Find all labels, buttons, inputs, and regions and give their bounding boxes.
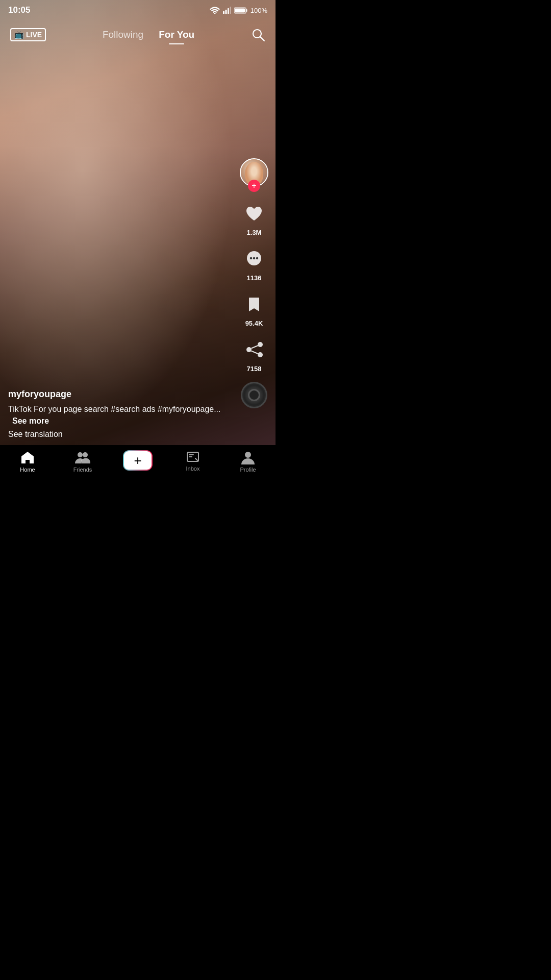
battery-percent: 100% xyxy=(251,7,267,14)
svg-line-17 xyxy=(252,346,258,349)
username[interactable]: myforyoupage xyxy=(8,389,235,400)
see-more-button[interactable]: See more xyxy=(12,416,49,425)
svg-point-15 xyxy=(258,352,263,357)
avatar-container[interactable]: + xyxy=(240,158,268,187)
inbox-label: Inbox xyxy=(186,465,200,472)
svg-rect-2 xyxy=(225,10,227,14)
svg-rect-6 xyxy=(235,8,245,12)
bookmark-action[interactable]: 95.4K xyxy=(241,291,267,327)
svg-line-18 xyxy=(252,351,258,354)
home-label: Home xyxy=(20,467,35,473)
comment-icon[interactable] xyxy=(241,246,267,272)
follow-plus-button[interactable]: + xyxy=(248,180,260,192)
status-icons: 100% xyxy=(210,7,267,14)
comment-count: 1136 xyxy=(247,274,262,282)
tab-foryou[interactable]: For You xyxy=(159,29,194,40)
svg-point-8 xyxy=(253,30,261,38)
share-count: 7158 xyxy=(247,365,262,373)
live-tv-icon: 📺 xyxy=(14,30,24,39)
right-actions: + 1.3M 1136 95.4K xyxy=(240,158,268,408)
plus-icon: + xyxy=(134,454,141,467)
like-count: 1.3M xyxy=(247,229,262,236)
signal-icon xyxy=(223,7,231,14)
caption: TikTok For you page search #search ads #… xyxy=(8,404,235,427)
see-translation-button[interactable]: See translation xyxy=(8,430,235,439)
music-disc-item[interactable] xyxy=(241,382,267,408)
nav-create[interactable]: + xyxy=(122,450,153,471)
svg-point-16 xyxy=(246,347,252,352)
friends-label: Friends xyxy=(73,467,92,473)
profile-label: Profile xyxy=(240,467,256,473)
nav-friends[interactable]: Friends xyxy=(67,450,98,473)
svg-point-14 xyxy=(258,342,263,347)
comment-action[interactable]: 1136 xyxy=(241,246,267,282)
svg-rect-4 xyxy=(230,7,231,14)
inbox-icon xyxy=(186,450,199,463)
bookmark-count: 95.4K xyxy=(245,320,263,327)
svg-point-12 xyxy=(253,257,255,259)
svg-point-13 xyxy=(256,257,258,259)
svg-rect-7 xyxy=(246,9,247,12)
svg-point-24 xyxy=(245,452,251,458)
bottom-content: myforyoupage TikTok For you page search … xyxy=(8,389,235,439)
share-action[interactable]: 7158 xyxy=(241,336,267,373)
music-disc xyxy=(241,382,267,408)
profile-icon xyxy=(241,450,255,464)
svg-rect-23 xyxy=(189,456,192,457)
live-button[interactable]: 📺 LIVE xyxy=(10,28,46,41)
creator-avatar-item: + xyxy=(240,158,268,191)
create-plus-button[interactable]: + xyxy=(123,450,153,471)
like-icon[interactable] xyxy=(241,200,267,227)
status-time: 10:05 xyxy=(8,5,30,15)
svg-point-0 xyxy=(214,13,215,14)
bottom-nav: Home Friends + Inbox xyxy=(0,445,276,490)
caption-text: TikTok For you page search #search ads #… xyxy=(8,405,221,413)
svg-rect-22 xyxy=(189,454,194,455)
svg-line-9 xyxy=(260,37,264,41)
status-bar: 10:05 100% xyxy=(0,0,276,20)
svg-point-11 xyxy=(250,257,252,259)
wifi-icon xyxy=(210,7,220,14)
share-icon[interactable] xyxy=(241,336,267,363)
battery-icon xyxy=(234,7,247,14)
home-icon xyxy=(20,450,35,464)
nav-tabs: Following For You xyxy=(103,29,194,40)
nav-profile[interactable]: Profile xyxy=(233,450,263,473)
svg-point-20 xyxy=(83,452,88,457)
like-action[interactable]: 1.3M xyxy=(241,200,267,236)
nav-home[interactable]: Home xyxy=(12,450,43,473)
friends-icon xyxy=(75,450,90,464)
top-nav: 📺 LIVE Following For You xyxy=(0,20,276,49)
svg-rect-1 xyxy=(223,11,224,14)
nav-inbox[interactable]: Inbox xyxy=(178,450,208,472)
tab-following[interactable]: Following xyxy=(103,29,143,40)
search-button[interactable] xyxy=(251,28,265,42)
svg-rect-3 xyxy=(228,8,229,14)
svg-point-19 xyxy=(78,452,83,457)
bookmark-icon[interactable] xyxy=(241,291,267,317)
live-label: LIVE xyxy=(26,31,42,39)
